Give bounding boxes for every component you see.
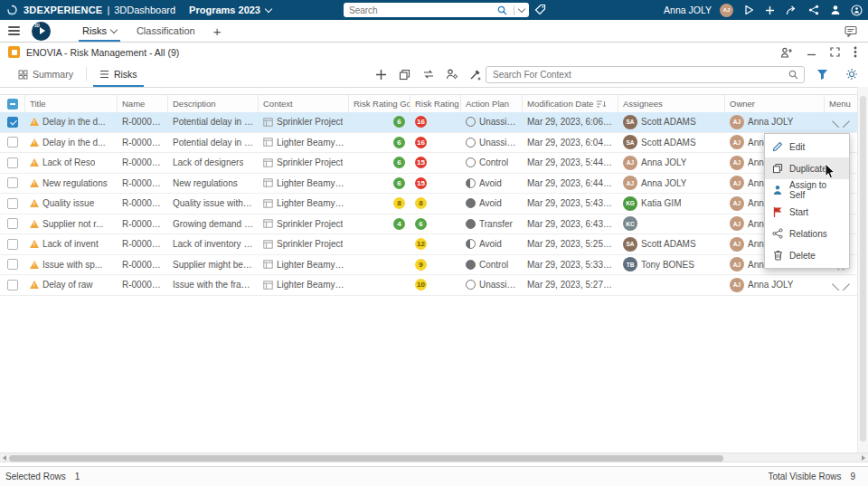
owner-avatar[interactable]: AJ — [730, 156, 744, 170]
row-checkbox[interactable] — [7, 157, 18, 168]
owner-avatar[interactable]: AJ — [730, 196, 744, 211]
vertical-scrollbar-thumb[interactable] — [860, 96, 866, 442]
column-header-title[interactable]: Title — [25, 95, 118, 112]
add-icon[interactable] — [763, 4, 777, 17]
context-search-input[interactable] — [486, 70, 788, 80]
row-checkbox[interactable] — [7, 218, 18, 229]
user-avatar[interactable]: AJ — [720, 4, 733, 17]
owner-avatar[interactable]: AJ — [730, 176, 744, 190]
assignee-avatar[interactable]: AJ — [623, 176, 637, 190]
owner-avatar[interactable]: AJ — [730, 257, 744, 272]
assignee-avatar[interactable]: SA — [623, 237, 637, 252]
user-icon[interactable] — [828, 4, 842, 17]
play-media-icon[interactable] — [741, 4, 755, 17]
share-nodes-icon[interactable] — [807, 4, 820, 17]
user-name[interactable]: Anna JOLY — [664, 5, 712, 15]
select-all-cell[interactable] — [0, 95, 25, 112]
filter-icon[interactable] — [815, 67, 830, 82]
column-header-owner[interactable]: Owner — [725, 95, 825, 112]
global-search-input[interactable] — [344, 5, 495, 15]
search-options-chevron-icon[interactable] — [518, 5, 525, 13]
table-row[interactable]: Delay in the d... R-0000001 Potential de… — [0, 133, 857, 154]
menu-item-start[interactable]: Start — [765, 201, 849, 223]
tab-classification[interactable]: Classification — [127, 20, 205, 42]
hamburger-icon[interactable] — [8, 26, 20, 35]
row-checkbox[interactable] — [7, 117, 18, 128]
row-checkbox[interactable] — [7, 280, 18, 291]
chevron-down-icon[interactable] — [110, 26, 118, 33]
dashboard-selector[interactable]: Programs 2023 — [189, 5, 271, 15]
table-row[interactable]: Lack of Reso R-0000005 Lack of designers… — [0, 153, 857, 174]
maximize-icon[interactable] — [830, 47, 840, 57]
assignee-avatar[interactable]: AJ — [623, 156, 637, 170]
owner-avatar[interactable]: AJ — [730, 278, 744, 292]
owner-avatar[interactable]: AJ — [730, 216, 744, 231]
assignee-avatar[interactable]: KC — [623, 216, 637, 231]
menu-item-edit[interactable]: Edit — [765, 136, 849, 157]
column-header-description[interactable]: Description — [168, 95, 259, 112]
add-tab-button[interactable]: + — [205, 24, 230, 39]
row-checkbox[interactable] — [7, 239, 18, 250]
column-header-action[interactable]: Action Plan — [461, 95, 523, 112]
row-checkbox[interactable] — [7, 177, 18, 188]
row-menu-button[interactable] — [832, 280, 850, 291]
comment-icon[interactable] — [844, 25, 857, 37]
search-icon[interactable] — [495, 4, 509, 17]
table-row[interactable]: Issue with sp... R-0000002 Supplier migh… — [0, 255, 857, 276]
sort-icon[interactable] — [596, 100, 607, 109]
menu-item-relations[interactable]: Relations — [765, 223, 849, 244]
add-risk-icon[interactable] — [373, 67, 389, 82]
assignee-avatar[interactable]: TB — [623, 257, 637, 272]
table-row[interactable]: Lack of invent R-0000008 Lack of invento… — [0, 234, 857, 255]
column-header-modified[interactable]: Modification Date — [523, 95, 618, 112]
table-row[interactable]: Delay of raw R-0000004 Issue with the fr… — [0, 275, 857, 296]
column-header-assignees[interactable]: Assignees — [618, 95, 725, 112]
forward-icon[interactable] — [785, 4, 798, 17]
owner-avatar[interactable]: AJ — [730, 135, 744, 149]
column-header-rating[interactable]: Risk Rating — [410, 95, 461, 112]
exchange-icon[interactable] — [420, 67, 436, 82]
tab-risks-view[interactable]: Risks — [89, 62, 148, 87]
menu-item-assign-to-self[interactable]: Assign to Self — [765, 179, 849, 201]
table-row[interactable]: Delay in the d... R-0000010 Potential de… — [0, 112, 857, 133]
select-all-checkbox[interactable] — [7, 99, 18, 110]
context-search[interactable] — [486, 66, 805, 83]
menu-item-delete[interactable]: Delete — [765, 244, 849, 266]
more-icon[interactable] — [854, 46, 857, 58]
horizontal-scrollbar-thumb[interactable] — [9, 455, 723, 462]
row-checkbox[interactable] — [7, 198, 18, 209]
column-header-context[interactable]: Context — [259, 95, 349, 112]
tag-icon[interactable] — [534, 4, 546, 15]
assignee-avatar[interactable]: SA — [623, 115, 637, 129]
tab-risks[interactable]: Risks — [72, 20, 127, 42]
tab-summary[interactable]: Summary — [7, 62, 84, 87]
share-widget-icon[interactable] — [780, 47, 793, 58]
column-header-goal[interactable]: Risk Rating Goal — [349, 95, 410, 112]
compass-icon[interactable]: 3D — [32, 22, 51, 41]
row-checkbox[interactable] — [7, 137, 18, 148]
table-row[interactable]: Supplier not r... R-0000003 Growing dema… — [0, 214, 857, 235]
column-header-name[interactable]: Name — [118, 95, 168, 112]
column-header-menu[interactable]: Menu — [825, 95, 857, 112]
duplicate-icon[interactable] — [397, 67, 412, 82]
minimize-icon[interactable] — [807, 47, 816, 57]
settings-gear-icon[interactable] — [844, 67, 859, 82]
owner-avatar[interactable]: AJ — [730, 115, 744, 129]
menu-item-duplicate[interactable]: Duplicate — [765, 157, 849, 179]
assignee-avatar[interactable]: SA — [623, 135, 637, 149]
global-search[interactable] — [344, 3, 529, 17]
assignee-avatar[interactable]: KG — [623, 196, 637, 211]
vertical-scrollbar[interactable] — [857, 87, 868, 453]
table-row[interactable]: New regulations R-0000009 New regulation… — [0, 174, 857, 195]
scroll-left-arrow-icon[interactable] — [0, 453, 9, 462]
search-icon[interactable] — [788, 70, 798, 80]
tools-icon[interactable] — [467, 67, 483, 82]
row-checkbox[interactable] — [7, 259, 18, 270]
assistance-icon[interactable] — [850, 4, 863, 17]
scroll-right-arrow-icon[interactable] — [859, 453, 868, 462]
owner-avatar[interactable]: AJ — [730, 237, 744, 252]
table-row[interactable]: Quality issue R-0000006 Quality issue wi… — [0, 194, 857, 214]
assign-icon[interactable] — [444, 67, 459, 82]
horizontal-scrollbar[interactable] — [0, 453, 868, 462]
row-menu-button[interactable] — [832, 117, 850, 128]
